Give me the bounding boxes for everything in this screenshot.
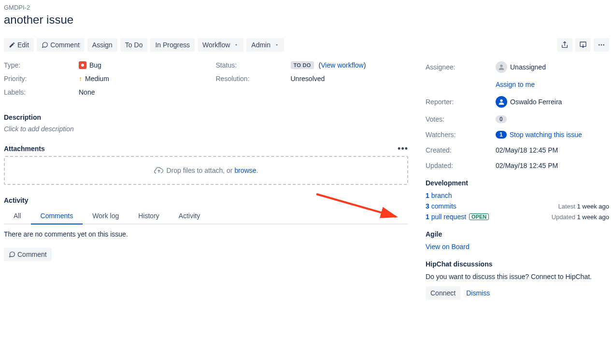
comment-button[interactable]: Comment: [37, 38, 85, 52]
field-updated: Updated: 02/May/18 12:45 PM: [426, 162, 609, 169]
updated-label: Updated:: [426, 162, 496, 169]
stop-watching-link[interactable]: Stop watching this issue: [510, 131, 582, 139]
bug-icon: [79, 61, 86, 69]
tab-history[interactable]: History: [128, 208, 169, 224]
svg-point-2: [601, 44, 602, 46]
dev-pr-row: 1 pull request OPEN Updated 1 week ago: [426, 213, 609, 221]
more-icon: [598, 41, 605, 49]
comment-icon: [42, 42, 48, 48]
priority-icon: ↑: [79, 75, 82, 83]
pr-link[interactable]: 1 pull request: [426, 213, 466, 221]
assign-to-me-link[interactable]: Assign to me: [496, 81, 535, 88]
votes-badge: 0: [496, 115, 507, 123]
no-comments-text: There are no comments yet on this issue.: [4, 230, 408, 238]
hipchat-heading: HipChat discussions: [426, 260, 609, 268]
drop-dot: .: [257, 167, 258, 174]
field-votes: Votes: 0: [426, 115, 609, 123]
svg-point-5: [500, 65, 502, 67]
share-button[interactable]: [557, 38, 572, 52]
workflow-button[interactable]: Workflow: [198, 38, 243, 52]
attachments-dropzone[interactable]: Drop files to attach, or browse.: [4, 156, 408, 185]
add-comment-button[interactable]: Comment: [4, 248, 52, 261]
pr-status-lozenge: OPEN: [469, 213, 489, 220]
field-type: Type: Bug: [4, 61, 197, 69]
dev-commits-row: 3 commits Latest 1 week ago: [426, 202, 609, 210]
branch-link[interactable]: 1 branch: [426, 192, 452, 199]
watchers-label: Watchers:: [426, 131, 496, 139]
more-button[interactable]: [594, 38, 609, 52]
field-reporter: Reporter: Oswaldo Ferreira: [426, 96, 609, 108]
reporter-avatar: [496, 96, 507, 108]
field-priority: Priority: ↑ Medium: [4, 75, 197, 83]
created-label: Created:: [426, 146, 496, 154]
svg-point-6: [500, 99, 502, 102]
field-assignee: Assignee: Unassigned: [426, 61, 609, 73]
comment-icon: [9, 251, 15, 258]
tab-activity[interactable]: Activity: [169, 208, 210, 224]
view-on-board-link[interactable]: View on Board: [426, 243, 470, 251]
labels-label: Labels:: [4, 88, 79, 96]
reporter-value: Oswaldo Ferreira: [510, 98, 562, 106]
activity-heading: Activity: [4, 196, 408, 204]
agile-heading: Agile: [426, 230, 609, 238]
edit-button[interactable]: Edit: [4, 38, 34, 52]
tab-comments[interactable]: Comments: [31, 208, 83, 224]
status-lozenge: TO DO: [291, 61, 314, 69]
drop-text: Drop files to attach, or: [167, 167, 235, 174]
field-created: Created: 02/May/18 12:45 PM: [426, 146, 609, 154]
assignee-label: Assignee:: [426, 63, 496, 71]
priority-value: Medium: [85, 75, 109, 83]
comment-btn-label: Comment: [17, 251, 47, 258]
toolbar: Edit Comment Assign To Do In Progress Wo…: [4, 38, 609, 52]
hipchat-connect-button[interactable]: Connect: [426, 286, 460, 300]
hipchat-question: Do you want to discuss this issue? Conne…: [426, 273, 609, 280]
field-resolution: Resolution: Unresolved: [216, 75, 409, 83]
labels-value: None: [79, 88, 95, 96]
export-icon: [579, 41, 587, 49]
workflow-label: Workflow: [202, 41, 230, 49]
cloud-upload-icon: [154, 166, 164, 175]
updated-value: 02/May/18 12:45 PM: [496, 162, 558, 169]
admin-button[interactable]: Admin: [246, 38, 284, 52]
development-heading: Development: [426, 179, 609, 187]
type-label: Type:: [4, 61, 79, 69]
attachments-menu[interactable]: •••: [398, 144, 408, 153]
chevron-down-icon: [234, 42, 239, 47]
edit-label: Edit: [17, 41, 29, 49]
commits-link[interactable]: 3 commits: [426, 202, 456, 210]
reporter-label: Reporter:: [426, 98, 496, 106]
created-value: 02/May/18 12:45 PM: [496, 146, 558, 154]
tab-all[interactable]: All: [4, 208, 31, 224]
type-value: Bug: [89, 61, 101, 69]
field-assign-to-me: Assign to me: [426, 81, 609, 88]
pr-meta: Updated 1 week ago: [552, 213, 609, 221]
tab-worklog[interactable]: Work log: [83, 208, 128, 224]
resolution-value: Unresolved: [291, 75, 325, 83]
inprogress-button[interactable]: In Progress: [150, 38, 195, 52]
status-label: Status:: [216, 61, 291, 69]
pencil-icon: [9, 42, 15, 48]
svg-point-1: [599, 44, 600, 46]
field-labels: Labels: None: [4, 88, 197, 96]
share-icon: [561, 41, 569, 49]
browse-link[interactable]: browse: [234, 167, 256, 174]
view-workflow-link[interactable]: View workflow: [321, 61, 363, 69]
assignee-value: Unassigned: [510, 63, 546, 71]
resolution-label: Resolution:: [216, 75, 291, 83]
unassigned-avatar: [496, 61, 507, 73]
comment-label: Comment: [50, 41, 80, 49]
export-button[interactable]: [575, 38, 591, 52]
breadcrumb[interactable]: GMDPI-2: [4, 4, 609, 11]
field-watchers: Watchers: 1 Stop watching this issue: [426, 131, 609, 139]
view-workflow-wrap: (View workflow): [317, 61, 366, 69]
hipchat-dismiss-link[interactable]: Dismiss: [466, 289, 490, 297]
description-heading: Description: [4, 113, 408, 121]
assign-button[interactable]: Assign: [87, 38, 117, 52]
chevron-down-icon: [274, 42, 279, 47]
dev-branch-row: 1 branch: [426, 192, 609, 199]
description-placeholder[interactable]: Click to add description: [4, 125, 408, 133]
commits-meta: Latest 1 week ago: [558, 203, 609, 210]
page-title: another issue: [4, 13, 609, 27]
watchers-badge: 1: [496, 131, 507, 139]
todo-button[interactable]: To Do: [120, 38, 148, 52]
